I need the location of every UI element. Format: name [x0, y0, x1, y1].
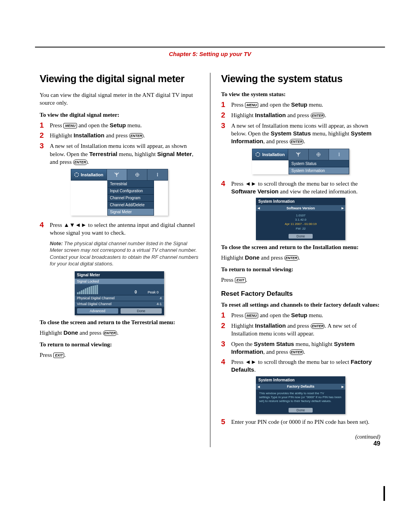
- si-line: 3.1.42.0: [257, 218, 344, 222]
- text: to scroll through the menu bar to select: [257, 359, 351, 365]
- fd-done-button: Done: [289, 408, 313, 413]
- right-close-head: To close the screen and return to the In…: [221, 244, 381, 251]
- note-block: Note: The physical digital channel numbe…: [50, 240, 199, 267]
- text: Highlight: [50, 132, 74, 139]
- text: and press: [286, 323, 311, 329]
- si-title: System Information: [256, 376, 345, 384]
- sm-advanced-button: Advanced: [77, 308, 118, 314]
- text: and press: [286, 112, 311, 118]
- step-number: 3: [40, 142, 50, 150]
- step-number: 4: [40, 221, 50, 229]
- text: menu, highlight: [117, 151, 158, 157]
- reset-step-1: 1 Press MENU and open the Setup menu.: [221, 311, 381, 320]
- left-return-text: Press EXIT.: [40, 351, 199, 359]
- text: and open the: [258, 312, 291, 318]
- right-arrow-icon: ►: [340, 205, 345, 211]
- left-title: Viewing the digital signal meter: [40, 73, 199, 85]
- si-line: Apr 11 2007 - 01:00:19: [257, 222, 344, 226]
- tab-installation: Installation: [252, 149, 288, 160]
- menu-item: Input Configuration: [108, 188, 154, 195]
- text: menu, highlight: [311, 130, 351, 137]
- left-step-1: 1 Press MENU and open the Setup menu.: [40, 121, 199, 130]
- enter-key-icon: ENTER: [311, 323, 325, 329]
- left-column: Viewing the digital signal meter You can…: [35, 73, 210, 447]
- reset-heading: Reset Factory Defaults: [221, 290, 381, 298]
- enter-key-icon: ENTER: [290, 349, 304, 355]
- right-return-head: To return to normal viewing:: [221, 266, 381, 273]
- right-return-text: Press EXIT.: [221, 276, 381, 284]
- sm-row-l: Virtual Digital Channel: [77, 302, 112, 306]
- menu-item-selected: Signal Meter: [108, 209, 154, 215]
- tab-text: Installation: [81, 172, 103, 177]
- svg-rect-2: [157, 174, 158, 176]
- text: Press: [231, 181, 245, 187]
- step-number: 2: [221, 111, 231, 119]
- text: and press: [104, 132, 129, 139]
- svg-rect-5: [339, 154, 340, 156]
- factory-defaults-mock: System Information ◄Factory Defaults► Th…: [256, 376, 345, 414]
- svg-point-4: [338, 153, 340, 154]
- top-rule: [35, 47, 385, 47]
- sm-bars: 0 Peak 0: [75, 284, 164, 295]
- note-text: The physical digital channel number list…: [50, 241, 198, 267]
- tab-globe-icon: [309, 149, 329, 160]
- step-number: 2: [221, 322, 231, 330]
- page-edge-rule: [383, 486, 385, 501]
- menu-item: Terrestrial: [108, 181, 154, 188]
- left-subhead: To view the digital signal meter:: [40, 112, 199, 118]
- tab-info-icon: [147, 169, 167, 180]
- sm-zero: 0: [135, 290, 137, 294]
- reset-step-5: 5 Enter your PIN code (or 0000 if no PIN…: [221, 418, 381, 426]
- left-close-text: Highlight Done and press ENTER.: [40, 329, 199, 337]
- tab-info-icon: [329, 149, 349, 160]
- note-label: Note:: [50, 241, 63, 246]
- text: Highlight: [231, 112, 255, 118]
- text: Open the: [231, 341, 254, 347]
- exit-key-icon: EXIT: [53, 353, 64, 358]
- left-arrow-icon: ◄: [256, 384, 261, 390]
- menu-item: System Status: [289, 160, 349, 167]
- text: Press: [50, 122, 63, 128]
- step-number: 5: [221, 418, 231, 426]
- gear-icon: [74, 172, 79, 177]
- gear-icon: [256, 152, 260, 157]
- sm-row-r: 4: [160, 296, 162, 300]
- text: , and press: [263, 138, 290, 144]
- text: to scroll through the menu bar to select…: [257, 181, 358, 187]
- signal-meter-label: Signal Meter: [157, 151, 192, 157]
- text: Press: [231, 359, 245, 365]
- text: Press: [40, 352, 53, 358]
- step-number: 1: [221, 101, 231, 109]
- done-label: Done: [63, 329, 78, 336]
- si-tab-label: Software Version: [261, 205, 340, 211]
- step-number: 3: [221, 340, 231, 348]
- installation-menu-mock: Installation Terrestrial Input Configura…: [71, 169, 168, 216]
- sm-locked: Signal Locked: [75, 279, 164, 284]
- step-number: 1: [221, 311, 231, 320]
- text: menu.: [307, 102, 323, 108]
- enter-key-icon: ENTER: [103, 330, 117, 336]
- text: and view the related information.: [278, 188, 357, 195]
- enter-key-icon: ENTER: [284, 255, 299, 261]
- text: Press: [231, 102, 245, 108]
- right-title: Viewing the system status: [221, 73, 381, 85]
- arrow-keys-icon: ▲▼◄►: [63, 221, 86, 228]
- text: , and press: [263, 349, 290, 355]
- text: Press: [50, 222, 63, 228]
- right-column: Viewing the system status To view the sy…: [210, 73, 385, 447]
- right-subhead: To view the system status:: [221, 91, 381, 98]
- signal-meter-mock: Signal Meter Signal Locked 0 Peak 0 Phys…: [75, 271, 164, 315]
- text: Press: [221, 277, 235, 283]
- menu-key-icon: MENU: [63, 123, 77, 128]
- left-step-4: 4 Press ▲▼◄► to select the antenna input…: [40, 221, 199, 237]
- left-arrow-icon: ◄: [256, 205, 261, 211]
- tab-globe-icon: [127, 169, 147, 180]
- text: and press: [259, 255, 284, 261]
- text: and press: [78, 330, 103, 336]
- text: and open the: [258, 102, 291, 108]
- arrow-keys-icon: ◄►: [245, 358, 257, 365]
- chapter-heading: Chapter 5: Setting up your TV: [35, 51, 385, 57]
- setup-label: Setup: [291, 312, 308, 318]
- svg-point-1: [157, 173, 158, 174]
- done-label: Done: [245, 254, 260, 261]
